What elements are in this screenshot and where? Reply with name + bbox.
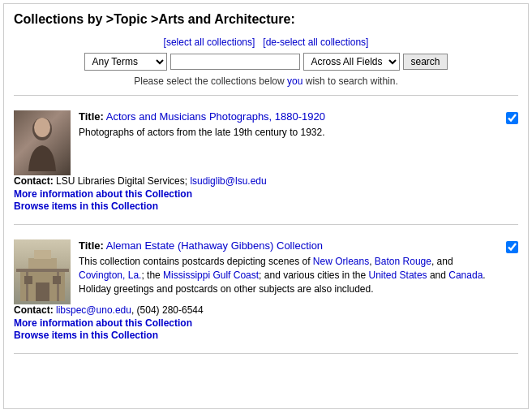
collection-info: Title: Actors and Musicians Photographs,…: [79, 110, 498, 143]
collection-info-2: Title: Aleman Estate (Hathaway Gibbens) …: [79, 239, 498, 299]
desc-text: Photographs of actors from the late 19th…: [79, 127, 325, 138]
svg-rect-4: [34, 250, 51, 259]
svg-rect-9: [24, 276, 32, 284]
select-links-bar: [select all collections] [de-select all …: [14, 37, 518, 48]
contact-org: LSU Libraries Digital Services;: [56, 175, 190, 187]
contact-line: Contact: LSU Libraries Digital Services;…: [14, 175, 518, 187]
more-info-link-2[interactable]: More information about this Collection: [14, 317, 518, 329]
contact-label-2: Contact:: [14, 304, 54, 316]
svg-rect-5: [16, 269, 69, 272]
collection-checkbox[interactable]: [506, 112, 518, 124]
divider-mid: [14, 224, 518, 225]
link-gulf-coast[interactable]: Mississippi Gulf Coast: [163, 270, 259, 281]
search-bar: Any Terms All Terms Exact Phrase Across …: [14, 53, 518, 71]
link-new-orleans[interactable]: New Orleans: [313, 256, 369, 267]
building-icon: [16, 242, 69, 303]
browse-link-2[interactable]: Browse items in this Collection: [14, 330, 518, 341]
title-label: Title:: [79, 110, 104, 123]
link-us[interactable]: United States: [369, 270, 427, 281]
divider-bottom: [14, 353, 518, 354]
collection-title-line: Title: Actors and Musicians Photographs,…: [79, 110, 498, 123]
collection-checkbox-2[interactable]: [506, 241, 518, 253]
fields-select[interactable]: Across All Fields Title Description Subj…: [303, 53, 400, 71]
svg-rect-6: [26, 269, 28, 301]
collection-description-2: This collection contains postcards depic…: [79, 255, 498, 295]
svg-rect-10: [53, 276, 61, 284]
search-hint: Please select the collections below you …: [14, 75, 518, 87]
divider-top: [14, 95, 518, 96]
contact-email-2[interactable]: libspec@uno.edu: [56, 304, 131, 316]
collection-thumbnail: [14, 110, 71, 175]
collection-checkbox-cell: [506, 110, 518, 127]
collection-item: Title: Actors and Musicians Photographs,…: [14, 102, 518, 218]
link-canada[interactable]: Canada: [448, 270, 483, 281]
collection-item: Title: Aleman Estate (Hathaway Gibbens) …: [14, 231, 518, 347]
browse-link[interactable]: Browse items in this Collection: [14, 201, 518, 212]
contact-label: Contact:: [14, 175, 54, 187]
page-title: Collections by >Topic >Arts and Architec…: [14, 12, 518, 27]
more-info-link[interactable]: More information about this Collection: [14, 188, 518, 200]
collection-description: Photographs of actors from the late 19th…: [79, 126, 498, 140]
svg-rect-8: [36, 282, 49, 301]
collection-thumbnail-2: [14, 239, 71, 304]
you-highlight: you: [287, 75, 302, 87]
svg-rect-7: [57, 269, 59, 301]
main-container: Collections by >Topic >Arts and Architec…: [3, 3, 529, 409]
terms-select[interactable]: Any Terms All Terms Exact Phrase: [84, 53, 167, 71]
collection-title-link-2[interactable]: Aleman Estate (Hathaway Gibbens) Collect…: [106, 239, 323, 252]
collection-title-link[interactable]: Actors and Musicians Photographs, 1880-1…: [106, 110, 325, 123]
contact-line-2: Contact: libspec@uno.edu, (504) 280-6544: [14, 304, 518, 316]
search-button[interactable]: search: [403, 54, 447, 70]
collection-body-2: Title: Aleman Estate (Hathaway Gibbens) …: [14, 239, 518, 304]
link-baton-rouge[interactable]: Baton Rouge: [375, 256, 431, 267]
collection-checkbox-cell-2: [506, 239, 518, 256]
title-label-2: Title:: [79, 239, 104, 252]
search-input[interactable]: [170, 54, 300, 70]
select-all-link[interactable]: [select all collections]: [164, 37, 255, 48]
collection-title-line-2: Title: Aleman Estate (Hathaway Gibbens) …: [79, 239, 498, 252]
person-icon: [22, 114, 62, 171]
collection-body: Title: Actors and Musicians Photographs,…: [14, 110, 518, 175]
contact-phone: , (504) 280-6544: [131, 304, 204, 316]
link-covington[interactable]: Covington, La.: [79, 270, 141, 281]
contact-email[interactable]: lsudiglib@lsu.edu: [190, 175, 266, 187]
deselect-all-link[interactable]: [de-select all collections]: [263, 37, 368, 48]
svg-point-1: [34, 118, 50, 137]
